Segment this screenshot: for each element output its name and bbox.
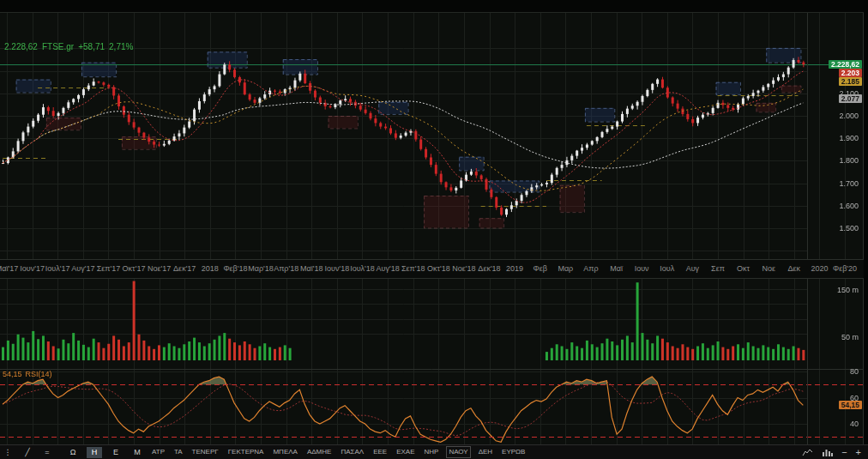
time-axis-label: Ιουλ — [660, 264, 674, 273]
price-tick-label: 1.900 — [799, 134, 859, 142]
time-axis-label: Αυγ — [686, 264, 699, 273]
price-chart-canvas[interactable] — [0, 0, 868, 459]
price-axis-badge: 2.077 — [839, 94, 862, 103]
rsi-indicator-label: 54,15RSI(14) — [3, 370, 56, 378]
bottom-toolbar: ⋮╱= ΩΗΕΜ ΑΤΡΤΑΤΕΝΕΡΓΓΕΚΤΕΡΝΑΜΠΕΛΑΑΔΜΗΕΠΑ… — [0, 444, 868, 459]
rsi-tick-label: 40 — [799, 420, 859, 428]
time-axis-label: Σεπ'18 — [401, 264, 425, 273]
time-axis-label: Οκτ'18 — [427, 264, 450, 273]
timeframe-button-2[interactable]: Ε — [108, 447, 124, 458]
price-axis-badge: 2.185 — [839, 77, 862, 86]
price-axis-badge: 2.203 — [839, 69, 862, 77]
symbol-tab-12[interactable]: ΕΥΡΩΒ — [500, 447, 527, 457]
symbol-tab-7[interactable]: ΕΕΕ — [371, 447, 389, 457]
time-axis-label: Σεπ — [711, 264, 725, 273]
symbol-tab-10[interactable]: ΝΑΟΥ — [446, 446, 470, 458]
time-axis-label: Μαϊ — [610, 264, 623, 273]
symbol-tab-group: ΑΤΡΤΑΤΕΝΕΡΓΓΕΚΤΕΡΝΑΜΠΕΛΑΑΔΜΗΕΠΑΣΑΛΕΕΕΕΧΑ… — [150, 446, 527, 458]
rsi-axis-badge: 54,15 — [839, 401, 862, 409]
time-axis-label: Νοε'17 — [148, 264, 171, 273]
trading-chart-window: 2.228,62FTSE.gr+58,712,71% 54,15RSI(14) … — [0, 0, 868, 459]
time-axis-label: Ιουλ'18 — [350, 264, 375, 273]
trendline-draw-icon[interactable]: ╱ — [23, 448, 32, 456]
volume-histogram-icon[interactable] — [822, 448, 833, 457]
symbol-tab-1[interactable]: ΤΑ — [172, 447, 184, 457]
time-axis-label: 2020 — [811, 264, 828, 273]
price-axis-badge: 2.228,62 — [829, 60, 862, 69]
zoom-out-button[interactable]: − — [841, 448, 847, 457]
time-axis-label: Ιουν'18 — [325, 264, 350, 273]
time-axis-label: Φεβ'18 — [223, 264, 247, 273]
rsi-name: RSI(14) — [26, 370, 52, 378]
top-strip — [0, 0, 868, 13]
horizontal-level-icon[interactable]: = — [43, 448, 51, 456]
symbol-tab-4[interactable]: ΜΠΕΛΑ — [271, 447, 298, 457]
time-axis-label: Απρ'18 — [274, 264, 298, 273]
right-edge-strip — [864, 0, 868, 459]
time-axis[interactable]: Μαϊ'17Ιουν'17Ιουλ'17Αυγ'17Σεπ'17Οκτ'17Νο… — [0, 259, 864, 279]
rsi-value: 54,15 — [3, 370, 22, 378]
timeframe-button-0[interactable]: Ω — [65, 447, 81, 458]
toolbar-icon-group: ⋮╱= — [3, 448, 51, 456]
time-axis-label: Φεβ'20 — [833, 264, 857, 273]
price-tick-label: 1.600 — [799, 202, 859, 210]
price-tick-label: 1.800 — [799, 156, 859, 165]
symbol-tab-6[interactable]: ΠΑΣΑΛ — [339, 447, 365, 457]
time-axis-label: Δεκ'18 — [478, 264, 500, 273]
time-axis-label: Μαϊ'18 — [300, 264, 322, 273]
symbol-tab-5[interactable]: ΑΔΜΗΕ — [305, 447, 333, 457]
symbol-tab-2[interactable]: ΤΕΝΕΡΓ — [190, 447, 220, 457]
time-axis-label: Νοε'18 — [452, 264, 475, 273]
volume-tick-label: 150 m — [799, 286, 859, 294]
legend-symbol: FTSE.gr — [42, 42, 74, 51]
time-axis-label: Νοε — [762, 264, 775, 273]
time-axis-label: Οκτ'17 — [123, 264, 146, 273]
legend-change-percent: 2,71% — [109, 42, 133, 51]
time-axis-label: 2018 — [202, 264, 219, 273]
symbol-tab-0[interactable]: ΑΤΡ — [150, 447, 166, 457]
time-axis-label: Αυγ'18 — [377, 264, 400, 273]
timeframe-group: ΩΗΕΜ — [65, 447, 145, 458]
time-axis-label: Φεβ — [533, 264, 547, 273]
line-chart-icon[interactable] — [802, 448, 813, 457]
time-axis-label: Σεπ'17 — [97, 264, 121, 273]
time-axis-label: Μαρ — [558, 264, 573, 273]
time-axis-label: 2019 — [506, 264, 523, 273]
price-tick-label: 1.500 — [799, 224, 859, 233]
legend-last-value: 2.228,62 — [4, 42, 38, 51]
time-axis-label: Απρ — [583, 264, 598, 273]
time-axis-label: Αυγ'17 — [71, 264, 94, 273]
volume-tick-label: 50 m — [799, 333, 859, 341]
legend-change: +58,71 — [78, 42, 105, 51]
time-axis-label: Μαϊ'17 — [0, 264, 18, 273]
timeframe-button-1[interactable]: Η — [87, 447, 102, 458]
time-axis-label: Δεκ'17 — [173, 264, 196, 273]
time-axis-label: Δεκ — [788, 264, 801, 273]
time-axis-label: Ιουν — [635, 264, 649, 273]
toolbar-right-tools: − + — [802, 448, 861, 457]
symbol-tab-9[interactable]: ΝΗΡ — [422, 447, 440, 457]
symbol-tab-11[interactable]: ΔΕΗ — [477, 447, 494, 457]
symbol-tab-3[interactable]: ΓΕΚΤΕΡΝΑ — [226, 447, 266, 457]
time-axis-label: Ιουλ'17 — [45, 264, 70, 273]
more-options-icon[interactable]: ⋮ — [3, 448, 12, 456]
price-tick-label: 1.700 — [799, 179, 859, 188]
price-tick-label: 2.000 — [799, 112, 859, 120]
rsi-tick-label: 80 — [799, 367, 859, 376]
time-axis-label: Οκτ — [737, 264, 750, 273]
time-axis-label: Μαρ'18 — [248, 264, 274, 273]
timeframe-button-3[interactable]: Μ — [130, 447, 145, 458]
zoom-in-button[interactable]: + — [856, 448, 861, 457]
symbol-tab-8[interactable]: ΕΧΑΕ — [395, 447, 416, 457]
symbol-legend: 2.228,62FTSE.gr+58,712,71% — [4, 42, 137, 51]
time-axis-label: Ιουν'17 — [20, 264, 45, 273]
